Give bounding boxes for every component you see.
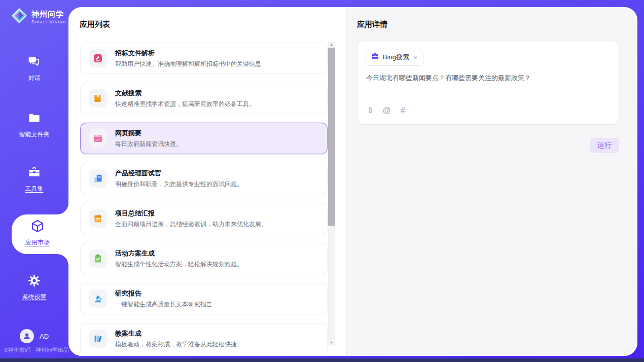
chat-icon	[27, 55, 41, 70]
active-nav-bubble: 应用市场	[12, 214, 68, 254]
sidebar-item-label: 智能文件夹	[19, 130, 50, 139]
sidebar-item-app-market[interactable]: 应用市场	[12, 219, 63, 247]
folder-icon	[27, 111, 41, 127]
app-card-7[interactable]: 教案生成模板驱动，教案秒成，教学准备从此轻松快捷	[80, 323, 328, 353]
sidebar-item-4[interactable]: 系统设置	[0, 274, 68, 302]
sidebar-item-0[interactable]: 对话	[0, 55, 68, 83]
prompt-card: Bing搜索 × 今日湖北有哪些新闻要点？有哪些需要关注的最新政策？ @#	[357, 41, 619, 125]
sidebar-item-1[interactable]: 智能文件夹	[0, 111, 68, 139]
app-list-title: 应用列表	[80, 20, 110, 29]
app-card-5[interactable]: 活动方案生成智能生成个性化活动方案，轻松解决规划难题。	[80, 243, 328, 274]
app-card-title: 项目总结汇报	[115, 209, 267, 218]
sidebar-item-label: 工具集	[25, 185, 44, 193]
app-card-desc: 快速精准查找学术资源，提高研究效率的必备工具。	[115, 100, 255, 108]
app-card-desc: 模板驱动，教案秒成，教学准备从此轻松快捷	[115, 340, 237, 349]
app-list: 招标文件解析帮助用户快速、准确地理解和解析招标书中的关键信息文献搜索快速精准查找…	[80, 43, 328, 353]
tool-tag-close-icon[interactable]: ×	[413, 54, 418, 61]
briefcase-icon	[371, 52, 379, 62]
attachment-icon[interactable]	[366, 106, 375, 115]
app-card-6[interactable]: 研究报告一键智能生成高质量长文本研究报告	[80, 283, 328, 314]
app-detail-panel: 应用详情 Bing搜索 × 今日湖北有哪些新闻要点？有哪些需要关注的最新政策？ …	[346, 7, 637, 356]
app-card-2[interactable]: </>网页摘要每日政府新闻资讯快查。	[80, 123, 328, 154]
query-input[interactable]: 今日湖北有哪些新闻要点？有哪些需要关注的最新政策？	[366, 73, 609, 83]
app-card-desc: 帮助用户快速、准确地理解和解析招标书中的关键信息	[115, 60, 261, 68]
clipboard-check-icon	[89, 249, 107, 268]
cube-icon	[30, 219, 45, 236]
document-edit-icon	[89, 49, 107, 67]
app-card-desc: 全面回顾项目进展，总结经验教训，助力未来优化发展。	[115, 220, 267, 229]
app-card-desc: 一键智能生成高质量长文本研究报告	[115, 300, 212, 309]
main-panel: 应用列表 招标文件解析帮助用户快速、准确地理解和解析招标书中的关键信息文献搜索快…	[68, 7, 637, 356]
scroll-down-icon[interactable]: ▼	[328, 340, 335, 346]
tool-tag-bing-search[interactable]: Bing搜索 ×	[366, 49, 423, 66]
brand-name: 神州问学	[31, 10, 66, 19]
interviewer-icon	[89, 169, 107, 188]
brand-logo-icon	[10, 7, 28, 27]
brand: 神州问学 Smart Vision	[10, 7, 66, 27]
app-card-title: 招标文件解析	[115, 49, 261, 58]
run-button[interactable]: 运行	[590, 138, 619, 153]
sidebar-item-label: 应用市场	[25, 238, 50, 247]
bottom-bar	[0, 358, 644, 362]
scrollbar-thumb[interactable]	[328, 48, 335, 226]
gear-icon	[27, 274, 41, 289]
app-card-desc: 智能生成个性化活动方案，轻松解决规划难题。	[115, 260, 243, 269]
mention-icon[interactable]: @	[382, 106, 391, 115]
app-card-0[interactable]: 招标文件解析帮助用户快速、准确地理解和解析招标书中的关键信息	[80, 43, 328, 74]
app-card-4[interactable]: 项目总结汇报全面回顾项目进展，总结经验教训，助力未来优化发展。	[80, 203, 328, 234]
app-list-panel: 应用列表 招标文件解析帮助用户快速、准确地理解和解析招标书中的关键信息文献搜索快…	[68, 7, 346, 356]
books-icon	[89, 330, 107, 348]
app-card-3[interactable]: 产品经理面试官明确身份和职责，为您提供专业性的面试问题。	[80, 163, 328, 194]
sidebar-item-label: 系统设置	[22, 293, 47, 302]
scroll-up-icon[interactable]: ▲	[328, 42, 335, 48]
app-card-desc: 明确身份和职责，为您提供专业性的面试问题。	[115, 180, 243, 189]
user-initials: AD	[40, 333, 49, 340]
app-card-title: 活动方案生成	[115, 249, 243, 258]
app-card-title: 网页摘要	[115, 129, 182, 138]
brand-tagline: Smart Vision	[31, 19, 66, 24]
user-account[interactable]: AD	[20, 329, 49, 343]
sidebar-item-label: 对话	[28, 74, 41, 83]
app-detail-title: 应用详情	[357, 20, 387, 29]
notepad-icon	[89, 209, 107, 228]
app-card-1[interactable]: 文献搜索快速精准查找学术资源，提高研究效率的必备工具。	[80, 83, 328, 114]
app-card-title: 研究报告	[115, 289, 212, 298]
sidebar-item-2[interactable]: 工具集	[0, 165, 68, 193]
composer-toolbar: @#	[366, 106, 407, 115]
copyright-footer: ©神州数码 · 神州问学出品	[4, 346, 69, 354]
user-icon	[22, 332, 31, 341]
sidebar: 神州问学 Smart Vision 对话智能文件夹工具集系统设置 应用市场 AD…	[0, 0, 68, 362]
app-card-title: 教案生成	[115, 329, 237, 338]
tool-tag-label: Bing搜索	[383, 53, 409, 62]
app-card-title: 产品经理面试官	[115, 169, 243, 178]
hash-icon[interactable]: #	[399, 106, 407, 115]
book-icon	[89, 89, 107, 107]
avatar	[20, 329, 34, 343]
toolbox-icon	[27, 165, 41, 181]
scrollbar-track[interactable]: ▲ ▼	[328, 42, 335, 346]
microscope-icon	[89, 289, 107, 308]
svg-text:</>: </>	[95, 138, 101, 141]
app-card-title: 文献搜索	[115, 89, 255, 98]
web-summary-icon: </>	[89, 129, 107, 148]
app-card-desc: 每日政府新闻资讯快查。	[115, 140, 182, 149]
